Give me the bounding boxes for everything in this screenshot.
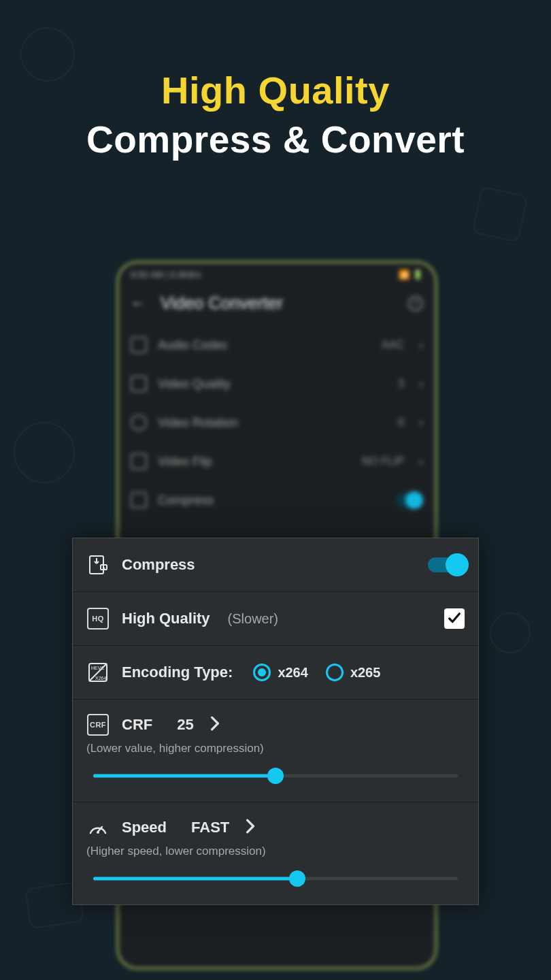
radio-x265-label: x265 bbox=[350, 665, 381, 681]
encoding-icon: HEVC X264 bbox=[86, 661, 110, 684]
chevron-right-icon: › bbox=[419, 338, 423, 353]
row-value: 0 bbox=[398, 416, 404, 429]
phone-appbar: ← Video Converter ? bbox=[118, 284, 435, 325]
compress-icon bbox=[86, 553, 110, 576]
bg-decoration bbox=[490, 612, 531, 653]
svg-text:X264: X264 bbox=[95, 676, 106, 681]
row-video-rotation[interactable]: Video Rotation 0 › bbox=[118, 403, 435, 442]
row-encoding-type: HEVC X264 Encoding Type: x264 x265 bbox=[73, 646, 478, 700]
speed-value: FAST bbox=[191, 819, 229, 836]
crf-icon: CRF bbox=[86, 713, 110, 736]
row-video-flip[interactable]: Video Flip NO FLIP › bbox=[118, 442, 435, 480]
row-label: Video Rotation bbox=[158, 416, 387, 430]
crf-value: 25 bbox=[177, 716, 193, 734]
back-icon[interactable]: ← bbox=[131, 295, 146, 312]
crf-label: CRF bbox=[122, 716, 152, 734]
row-video-quality[interactable]: Video Quality 3 › bbox=[118, 364, 435, 403]
svg-point-5 bbox=[97, 831, 99, 834]
row-high-quality[interactable]: HQ High Quality (Slower) bbox=[73, 592, 478, 646]
phone-statusbar: 9:55 AM | 0.0KB/s 📶 🔋 bbox=[118, 263, 435, 284]
bg-decoration bbox=[471, 186, 528, 242]
speed-hint: (Higher speed, lower compression) bbox=[86, 845, 465, 858]
row-value: 3 bbox=[398, 378, 404, 390]
crf-slider[interactable] bbox=[93, 768, 458, 784]
row-compress-main: Compress bbox=[73, 538, 478, 592]
section-speed: Speed FAST (Higher speed, lower compress… bbox=[73, 802, 478, 904]
row-value: NO FLIP bbox=[362, 455, 404, 468]
hero-line1: High Quality bbox=[0, 68, 551, 112]
compress-toggle-small[interactable] bbox=[396, 493, 423, 508]
chevron-right-icon[interactable] bbox=[210, 716, 220, 734]
app-title: Video Converter bbox=[161, 293, 393, 313]
bg-decoration bbox=[14, 422, 75, 483]
audio-codec-icon bbox=[131, 337, 147, 353]
help-icon[interactable]: ? bbox=[408, 296, 423, 311]
rotation-icon bbox=[131, 414, 147, 431]
speed-icon bbox=[86, 816, 110, 839]
chevron-right-icon: › bbox=[419, 377, 423, 391]
encoding-label: Encoding Type: bbox=[122, 664, 233, 681]
radio-x265[interactable]: x265 bbox=[326, 664, 381, 681]
radio-x264-label: x264 bbox=[278, 665, 308, 681]
chevron-right-icon: › bbox=[419, 416, 423, 430]
settings-card: Compress HQ High Quality (Slower) HEVC X… bbox=[72, 538, 479, 905]
flip-icon bbox=[131, 453, 147, 470]
svg-text:HEVC: HEVC bbox=[91, 666, 104, 670]
status-right: 📶 🔋 bbox=[399, 270, 423, 280]
row-label: Compress bbox=[158, 493, 385, 508]
row-label: Audio Codec bbox=[158, 338, 371, 353]
row-audio-codec[interactable]: Audio Codec AAC › bbox=[118, 325, 435, 364]
speed-label: Speed bbox=[122, 819, 167, 836]
hero-line2: Compress & Convert bbox=[0, 118, 551, 161]
hero-headline: High Quality Compress & Convert bbox=[0, 0, 551, 161]
row-value: AAC bbox=[382, 339, 404, 351]
compress-toggle[interactable] bbox=[428, 557, 465, 572]
high-quality-hint: (Slower) bbox=[228, 611, 278, 627]
section-crf: CRF CRF 25 (Lower value, higher compress… bbox=[73, 700, 478, 802]
radio-x264[interactable]: x264 bbox=[253, 664, 308, 681]
status-left: 9:55 AM | 0.0KB/s bbox=[131, 270, 201, 280]
row-compress[interactable]: Compress bbox=[118, 480, 435, 519]
compress-label: Compress bbox=[122, 556, 195, 574]
crf-hint: (Lower value, higher compression) bbox=[86, 742, 465, 755]
row-label: Video Quality bbox=[158, 377, 387, 391]
compress-icon bbox=[131, 492, 147, 508]
hq-icon: HQ bbox=[86, 607, 110, 630]
row-label: Video Flip bbox=[158, 455, 351, 469]
chevron-right-icon[interactable] bbox=[246, 819, 255, 836]
video-quality-icon bbox=[131, 376, 147, 392]
high-quality-label: High Quality bbox=[122, 610, 210, 627]
chevron-right-icon: › bbox=[419, 455, 423, 469]
high-quality-checkbox[interactable] bbox=[444, 608, 465, 629]
bg-decoration bbox=[20, 27, 75, 82]
speed-slider[interactable] bbox=[93, 870, 458, 887]
